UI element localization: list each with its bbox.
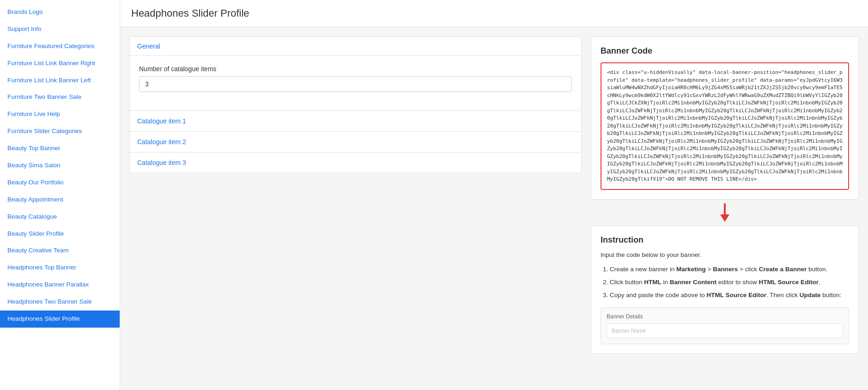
banner-name-field: Banner Name: [607, 323, 843, 338]
instruction-step-2: Click button HTML in Banner Content edit…: [610, 277, 849, 288]
instruction-list: Create a new banner in Marketing > Banne…: [601, 264, 849, 301]
catalogue-item-link-3[interactable]: Catalogue item 3: [137, 159, 186, 166]
sidebar-item-headphones-two-banner[interactable]: Headphones Two Banner Sale: [0, 293, 120, 311]
sidebar-item-furniture-two-banner[interactable]: Furniture Two Banner Sale: [0, 89, 120, 106]
catalogue-item-link-2[interactable]: Catalogue item 2: [137, 138, 186, 146]
left-panel: General Number of catalogue items Catalo…: [129, 37, 582, 173]
sidebar-item-beauty-creative-team[interactable]: Beauty Creative Team: [0, 242, 120, 259]
sidebar-item-headphones-top-banner[interactable]: Headphones Top Banner: [0, 259, 120, 276]
sidebar-item-furniture-list-left[interactable]: Furniture List Link Banner Left: [0, 72, 120, 89]
sidebar-item-furniture-slider[interactable]: Furniture Slider Categories: [0, 123, 120, 140]
sidebar-item-furniture-live-help[interactable]: Furniture Live Help: [0, 106, 120, 123]
field-label: Number of catalogue items: [139, 65, 572, 73]
arrow-indicator: [591, 203, 859, 222]
sidebar-item-headphones-slider-profile[interactable]: Headphones Slider Profile: [0, 311, 120, 328]
catalogue-item-3[interactable]: Catalogue item 3: [130, 152, 581, 173]
sidebar-item-beauty-appointment[interactable]: Beauty Appointment: [0, 191, 120, 208]
instruction-title: Instruction: [601, 235, 849, 245]
instruction-card: Instruction Input the code below to your…: [591, 225, 859, 354]
banner-details-label: Banner Details: [607, 313, 843, 320]
panel-body: Number of catalogue items: [130, 56, 581, 110]
sidebar-item-beauty-slider-profile[interactable]: Beauty Slider Profile: [0, 225, 120, 243]
banner-code-title: Banner Code: [601, 46, 849, 56]
sidebar: Brands LogoSupport InfoFurniture Feautur…: [0, 0, 120, 390]
right-panel: Banner Code <div class="u-hiddenVisually…: [591, 37, 859, 354]
page-title: Headphones Slider Profile: [131, 7, 857, 19]
sidebar-item-beauty-catalogue[interactable]: Beauty Catalogue: [0, 208, 120, 225]
sidebar-item-support-info[interactable]: Support Info: [0, 21, 120, 38]
general-tab-link[interactable]: General: [137, 43, 160, 50]
sidebar-item-brands-logo[interactable]: Brands Logo: [0, 4, 120, 21]
catalogue-items-input[interactable]: [139, 76, 572, 92]
sidebar-item-headphones-banner-parallax[interactable]: Headphones Banner Parallax: [0, 276, 120, 293]
instruction-intro: Input the code below to your banner.: [601, 251, 849, 258]
sidebar-item-beauty-sima-salon[interactable]: Beauty Sima Salon: [0, 157, 120, 174]
instruction-step-1: Create a new banner in Marketing > Banne…: [610, 264, 849, 275]
instruction-step-3: Copy and paste the code above to HTML So…: [610, 290, 849, 301]
sidebar-item-beauty-our-portfolio[interactable]: Beauty Our Portfolio: [0, 174, 120, 191]
banner-code-card: Banner Code <div class="u-hiddenVisually…: [591, 37, 859, 200]
catalogue-section: Catalogue item 1Catalogue item 2Catalogu…: [130, 110, 581, 173]
main-content: Headphones Slider Profile General Number…: [120, 0, 868, 390]
banner-name-placeholder: Banner Name: [612, 328, 646, 334]
banner-code-box[interactable]: <div class="u-hiddenVisually" data-local…: [601, 62, 849, 190]
sidebar-item-furniture-list-right[interactable]: Furniture List Link Banner Right: [0, 55, 120, 72]
banner-details-mock: Banner Details Banner Name: [601, 307, 849, 344]
page-header: Headphones Slider Profile: [120, 0, 868, 27]
catalogue-item-link-1[interactable]: Catalogue item 1: [137, 117, 186, 125]
sidebar-item-furniture-featured[interactable]: Furniture Feautured Categories: [0, 38, 120, 55]
catalogue-item-2[interactable]: Catalogue item 2: [130, 132, 581, 152]
sidebar-item-beauty-top-banner[interactable]: Beauty Top Banner: [0, 140, 120, 157]
catalogue-item-1[interactable]: Catalogue item 1: [130, 111, 581, 132]
content-area: General Number of catalogue items Catalo…: [120, 27, 868, 363]
general-tab[interactable]: General: [130, 37, 581, 56]
